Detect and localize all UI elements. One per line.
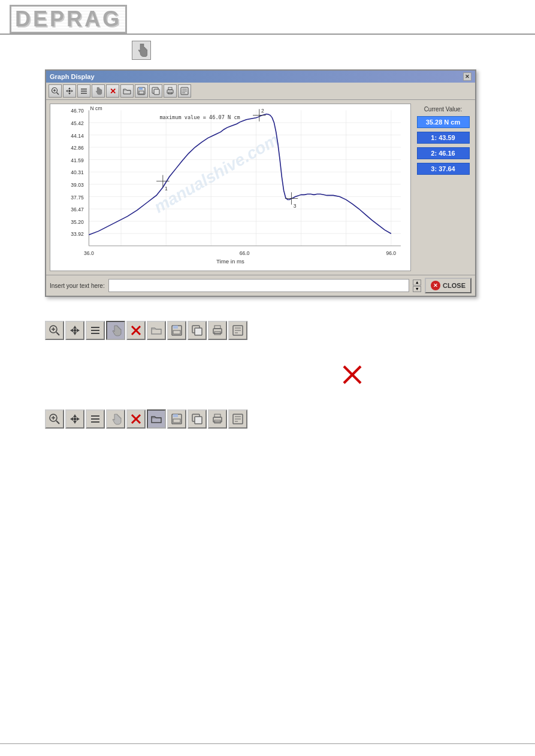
- svg-rect-106: [91, 415, 99, 417]
- svg-rect-18: [168, 87, 172, 90]
- svg-rect-16: [154, 89, 159, 95]
- mid-export-button[interactable]: [228, 321, 247, 340]
- svg-rect-87: [195, 328, 202, 335]
- close-icon: ✕: [431, 281, 440, 290]
- svg-rect-113: [173, 419, 180, 423]
- svg-rect-85: [173, 330, 180, 334]
- chart-svg: 46.70 45.42 44.14 42.86 41.59 40.31 39.0…: [50, 104, 410, 271]
- bot-hand-button[interactable]: [106, 409, 125, 429]
- current-value-display: 35.28 N cm: [417, 116, 470, 128]
- svg-marker-102: [73, 421, 77, 424]
- svg-text:maximum value = 46.07 N cm: maximum value = 46.07 N cm: [159, 114, 240, 120]
- svg-marker-74: [73, 332, 77, 335]
- mid-print-button[interactable]: [208, 321, 227, 340]
- svg-line-98: [56, 421, 59, 424]
- svg-text:45.42: 45.42: [71, 120, 84, 126]
- bot-pan-button[interactable]: [65, 409, 84, 429]
- window-close-button[interactable]: ✕: [463, 72, 471, 81]
- svg-marker-5: [68, 93, 71, 95]
- mid-hand-button[interactable]: [106, 321, 125, 340]
- insert-text-label: Insert your text here:: [50, 283, 105, 289]
- svg-point-77: [74, 329, 77, 332]
- svg-marker-101: [73, 414, 77, 417]
- bot-delete-button[interactable]: [126, 409, 146, 429]
- marker3-value: 3: 37.64: [417, 163, 470, 175]
- graph-titlebar: Graph Display ✕: [46, 71, 475, 83]
- open-button[interactable]: [120, 84, 134, 98]
- save-as-button[interactable]: [149, 84, 162, 98]
- pan-button[interactable]: [63, 84, 76, 98]
- insert-text-input[interactable]: [108, 279, 409, 292]
- mid-pan-button[interactable]: [65, 321, 84, 340]
- mid-list-button[interactable]: [86, 321, 105, 340]
- svg-line-70: [56, 332, 59, 335]
- close-button-label: CLOSE: [443, 282, 466, 289]
- svg-rect-9: [81, 89, 87, 90]
- svg-marker-7: [71, 90, 73, 92]
- marker2-value: 2: 46.16: [417, 147, 470, 159]
- graph-bottom-bar: Insert your text here: ▲ ▼ ✕ CLOSE: [46, 275, 475, 296]
- top-toolbar: [0, 37, 535, 63]
- bot-export-button[interactable]: [228, 409, 247, 429]
- mid-toolbar: [45, 321, 535, 340]
- svg-marker-73: [73, 326, 77, 329]
- bot-print-button[interactable]: [208, 409, 227, 429]
- svg-text:36.47: 36.47: [71, 207, 84, 212]
- svg-rect-79: [91, 330, 99, 331]
- svg-text:35.20: 35.20: [71, 219, 84, 225]
- delete-button[interactable]: ✕: [106, 84, 119, 98]
- bottom-toolbar: [45, 409, 535, 429]
- svg-text:46.70: 46.70: [71, 108, 84, 114]
- svg-rect-107: [91, 418, 99, 420]
- bot-open-button[interactable]: [147, 409, 166, 429]
- bot-save-button[interactable]: [167, 409, 186, 429]
- svg-marker-4: [68, 87, 71, 89]
- footer-line: [0, 743, 535, 744]
- svg-text:96.0: 96.0: [386, 250, 396, 256]
- svg-marker-76: [77, 329, 80, 332]
- hand-button[interactable]: [92, 84, 105, 98]
- svg-text:44.14: 44.14: [71, 133, 84, 139]
- graph-body: manualshive.com: [46, 100, 475, 275]
- mid-save-as-button[interactable]: [188, 321, 207, 340]
- list-button[interactable]: [77, 84, 90, 98]
- bot-list-button[interactable]: [86, 409, 105, 429]
- scroll-up-button[interactable]: ▲: [413, 280, 421, 286]
- large-x-section: [0, 358, 535, 391]
- svg-text:39.03: 39.03: [71, 182, 84, 188]
- zoom-in-button[interactable]: [49, 84, 62, 98]
- svg-rect-17: [167, 90, 173, 93]
- svg-line-1: [57, 93, 59, 95]
- hand-tool-button[interactable]: [132, 41, 151, 60]
- svg-text:42.86: 42.86: [71, 145, 84, 151]
- svg-rect-115: [195, 417, 202, 424]
- svg-text:66.0: 66.0: [240, 250, 250, 256]
- mid-open-button[interactable]: [147, 321, 166, 340]
- svg-rect-13: [139, 87, 143, 90]
- mid-delete-button[interactable]: [126, 321, 146, 340]
- svg-rect-10: [81, 91, 87, 92]
- bottom-toolbar-section: [0, 391, 535, 447]
- print-button[interactable]: [164, 84, 177, 98]
- svg-rect-108: [91, 421, 99, 423]
- svg-text:2: 2: [261, 108, 264, 114]
- header: DEPRAG: [0, 0, 535, 35]
- logo: DEPRAG: [10, 5, 127, 34]
- graph-title: Graph Display: [50, 73, 95, 80]
- right-panel: Current Value: 35.28 N cm 1: 43.59 2: 46…: [415, 104, 471, 271]
- svg-text:41.59: 41.59: [71, 157, 84, 163]
- svg-point-8: [68, 90, 71, 92]
- save-button[interactable]: [135, 84, 148, 98]
- close-button[interactable]: ✕ CLOSE: [425, 278, 471, 293]
- mid-save-button[interactable]: [167, 321, 186, 340]
- scroll-down-button[interactable]: ▼: [413, 286, 421, 292]
- bot-zoom-button[interactable]: [45, 409, 64, 429]
- mid-zoom-button[interactable]: [45, 321, 64, 340]
- svg-rect-84: [173, 326, 178, 329]
- svg-point-105: [74, 418, 77, 421]
- graph-toolbar: ✕: [46, 83, 475, 100]
- svg-marker-104: [77, 417, 80, 421]
- export-button[interactable]: [178, 84, 191, 98]
- bot-save-as-button[interactable]: [188, 409, 207, 429]
- svg-text:40.31: 40.31: [71, 170, 84, 176]
